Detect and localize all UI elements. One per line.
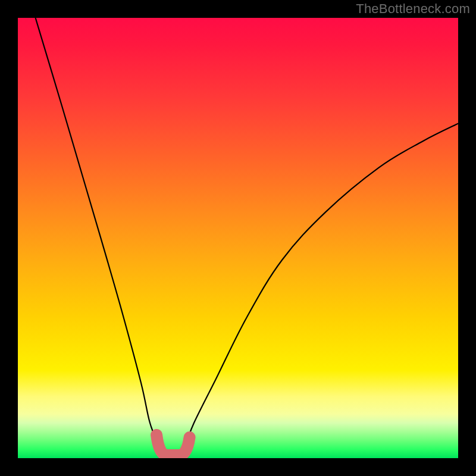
chart-frame: TheBottleneck.com (0, 0, 476, 476)
curve-svg (18, 18, 458, 458)
trough-marker-path (156, 435, 190, 455)
plot-area (18, 18, 458, 458)
bottleneck-curve-path (36, 18, 458, 455)
watermark-text: TheBottleneck.com (356, 1, 470, 17)
